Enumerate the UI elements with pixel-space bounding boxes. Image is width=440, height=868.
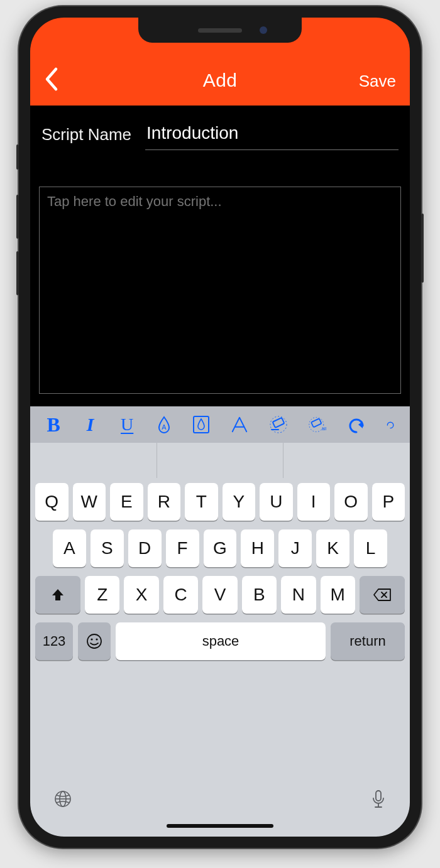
svg-rect-4 <box>311 418 322 427</box>
key-x[interactable]: X <box>124 576 158 614</box>
erase-all-icon[interactable]: all <box>308 416 327 433</box>
screen: Add Save Script Name B I U A <box>30 18 410 837</box>
svg-point-9 <box>91 638 92 640</box>
emoji-key[interactable] <box>78 622 111 660</box>
key-q[interactable]: Q <box>35 483 69 521</box>
keyboard: QWERTYUIOP ASDFGHJKL ZXCVBNM 123 space r… <box>30 478 410 783</box>
key-i[interactable]: I <box>297 483 331 521</box>
format-toolbar: B I U A all <box>30 406 410 443</box>
back-button[interactable] <box>41 67 60 92</box>
volume-up-button <box>16 195 19 239</box>
key-n[interactable]: N <box>281 576 316 614</box>
svg-marker-7 <box>358 421 363 428</box>
undo-icon[interactable] <box>347 416 366 433</box>
globe-key[interactable] <box>53 789 73 811</box>
key-u[interactable]: U <box>260 483 293 521</box>
return-key[interactable]: return <box>331 622 405 660</box>
text-color-icon[interactable]: A <box>155 415 172 434</box>
svg-text:all: all <box>322 426 326 431</box>
key-j[interactable]: J <box>278 529 312 567</box>
keyboard-bottom-bar <box>30 783 410 837</box>
predict-slot-1[interactable] <box>30 443 157 478</box>
script-name-row: Script Name <box>39 119 401 150</box>
dictation-key[interactable] <box>370 789 387 813</box>
save-button[interactable]: Save <box>359 72 396 91</box>
highlight-color-icon[interactable] <box>192 415 210 434</box>
key-p[interactable]: P <box>372 483 405 521</box>
erase-format-icon[interactable] <box>269 416 288 433</box>
key-c[interactable]: C <box>163 576 198 614</box>
key-f[interactable]: F <box>166 529 199 567</box>
power-button <box>421 214 424 283</box>
key-e[interactable]: E <box>110 483 143 521</box>
script-body-textarea[interactable] <box>39 187 401 394</box>
form-area: Script Name <box>30 106 410 406</box>
script-name-input[interactable] <box>145 119 399 150</box>
backspace-key[interactable] <box>360 576 405 614</box>
mute-switch <box>16 144 19 170</box>
key-d[interactable]: D <box>128 529 162 567</box>
underline-icon[interactable]: U <box>119 415 135 435</box>
page-title: Add <box>30 70 410 91</box>
key-o[interactable]: O <box>334 483 368 521</box>
key-r[interactable]: R <box>148 483 181 521</box>
key-z[interactable]: Z <box>85 576 119 614</box>
key-m[interactable]: M <box>321 576 355 614</box>
predict-slot-3[interactable] <box>283 443 410 478</box>
notch <box>138 18 302 43</box>
phone-frame: Add Save Script Name B I U A <box>19 6 421 848</box>
numbers-key[interactable]: 123 <box>35 622 73 660</box>
key-h[interactable]: H <box>241 529 274 567</box>
key-g[interactable]: G <box>204 529 237 567</box>
predictive-text-bar <box>30 443 410 478</box>
italic-icon[interactable]: I <box>82 414 98 435</box>
key-l[interactable]: L <box>354 529 387 567</box>
svg-rect-14 <box>376 791 381 801</box>
key-v[interactable]: V <box>202 576 237 614</box>
front-camera <box>260 26 267 34</box>
key-b[interactable]: B <box>242 576 277 614</box>
home-indicator[interactable] <box>167 824 273 828</box>
key-w[interactable]: W <box>73 483 106 521</box>
script-name-label: Script Name <box>41 125 131 144</box>
svg-point-8 <box>87 634 101 648</box>
svg-rect-2 <box>273 418 285 428</box>
key-s[interactable]: S <box>91 529 124 567</box>
font-icon[interactable] <box>230 415 249 434</box>
speaker-grille <box>198 28 242 33</box>
key-k[interactable]: K <box>316 529 349 567</box>
key-t[interactable]: T <box>185 483 218 521</box>
space-key[interactable]: space <box>116 622 326 660</box>
shift-key[interactable] <box>35 576 80 614</box>
key-y[interactable]: Y <box>223 483 256 521</box>
volume-down-button <box>16 251 19 295</box>
redo-icon[interactable] <box>386 416 395 433</box>
svg-point-10 <box>96 638 97 640</box>
key-a[interactable]: A <box>53 529 86 567</box>
svg-text:A: A <box>162 423 167 431</box>
bold-icon[interactable]: B <box>45 413 62 437</box>
predict-slot-2[interactable] <box>157 443 284 478</box>
